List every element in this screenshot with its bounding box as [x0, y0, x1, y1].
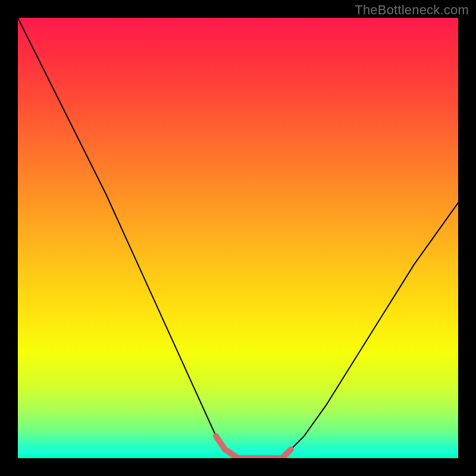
bottleneck-curve-path	[18, 18, 458, 458]
chart-frame: TheBottleneck.com	[0, 0, 476, 476]
highlight-band-path	[216, 436, 291, 458]
curve-svg	[18, 18, 458, 458]
plot-area	[18, 18, 458, 458]
watermark-text: TheBottleneck.com	[355, 2, 469, 18]
